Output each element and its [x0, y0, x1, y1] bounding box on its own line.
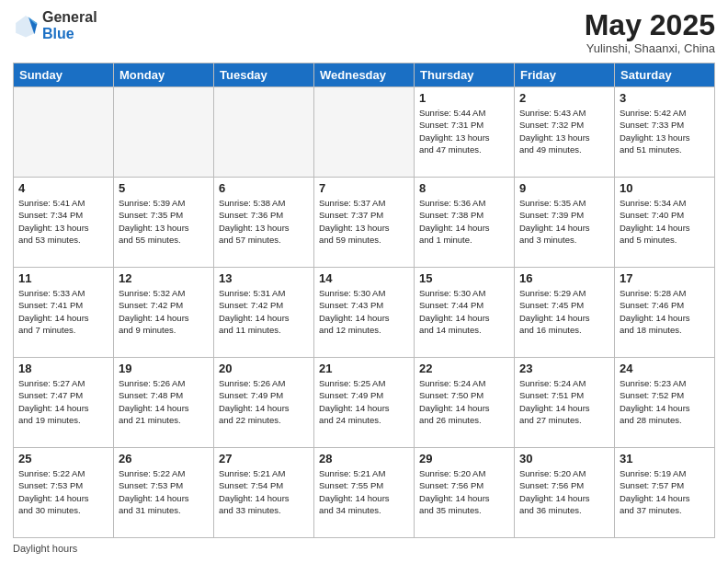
- day-info: Sunrise: 5:29 AM Sunset: 7:45 PM Dayligh…: [519, 287, 609, 336]
- day-number: 8: [419, 181, 509, 195]
- calendar-header-row: SundayMondayTuesdayWednesdayThursdayFrid…: [14, 63, 715, 87]
- day-number: 13: [219, 271, 309, 285]
- day-number: 17: [620, 271, 710, 285]
- day-number: 31: [620, 452, 710, 465]
- day-info: Sunrise: 5:22 AM Sunset: 7:53 PM Dayligh…: [119, 467, 209, 516]
- calendar-cell: [314, 87, 415, 178]
- day-number: 1: [419, 91, 509, 105]
- day-info: Sunrise: 5:23 AM Sunset: 7:52 PM Dayligh…: [620, 377, 710, 426]
- day-number: 30: [519, 452, 609, 465]
- calendar-week-2: 4Sunrise: 5:41 AM Sunset: 7:34 PM Daylig…: [14, 178, 715, 268]
- calendar-cell: 13Sunrise: 5:31 AM Sunset: 7:42 PM Dayli…: [214, 268, 314, 358]
- title-block: May 2025 Yulinshi, Shaanxi, China: [585, 9, 715, 55]
- day-info: Sunrise: 5:24 AM Sunset: 7:50 PM Dayligh…: [419, 377, 509, 426]
- day-number: 11: [18, 271, 108, 285]
- logo-text: General Blue: [42, 9, 97, 41]
- day-info: Sunrise: 5:41 AM Sunset: 7:34 PM Dayligh…: [18, 197, 108, 246]
- day-number: 18: [18, 362, 108, 375]
- calendar-header-saturday: Saturday: [615, 63, 715, 87]
- calendar-week-3: 11Sunrise: 5:33 AM Sunset: 7:41 PM Dayli…: [14, 268, 715, 358]
- calendar-cell: 21Sunrise: 5:25 AM Sunset: 7:49 PM Dayli…: [314, 358, 415, 448]
- day-number: 15: [419, 271, 509, 285]
- calendar-cell: 10Sunrise: 5:34 AM Sunset: 7:40 PM Dayli…: [615, 178, 715, 268]
- day-info: Sunrise: 5:43 AM Sunset: 7:32 PM Dayligh…: [519, 107, 609, 155]
- day-number: 26: [119, 452, 209, 465]
- day-number: 23: [519, 362, 609, 375]
- day-number: 5: [119, 181, 209, 195]
- calendar-cell: 14Sunrise: 5:30 AM Sunset: 7:43 PM Dayli…: [314, 268, 415, 358]
- day-info: Sunrise: 5:30 AM Sunset: 7:43 PM Dayligh…: [319, 287, 409, 336]
- calendar-cell: 16Sunrise: 5:29 AM Sunset: 7:45 PM Dayli…: [515, 268, 615, 358]
- day-info: Sunrise: 5:26 AM Sunset: 7:49 PM Dayligh…: [219, 377, 309, 426]
- day-info: Sunrise: 5:32 AM Sunset: 7:42 PM Dayligh…: [119, 287, 209, 336]
- calendar-cell: 20Sunrise: 5:26 AM Sunset: 7:49 PM Dayli…: [214, 358, 314, 448]
- logo: General Blue: [13, 9, 97, 41]
- calendar-cell: 18Sunrise: 5:27 AM Sunset: 7:47 PM Dayli…: [14, 358, 114, 448]
- day-info: Sunrise: 5:36 AM Sunset: 7:38 PM Dayligh…: [419, 197, 509, 246]
- day-info: Sunrise: 5:37 AM Sunset: 7:37 PM Dayligh…: [319, 197, 409, 246]
- calendar-cell: 15Sunrise: 5:30 AM Sunset: 7:44 PM Dayli…: [415, 268, 515, 358]
- day-number: 24: [620, 362, 710, 375]
- calendar-cell: 26Sunrise: 5:22 AM Sunset: 7:53 PM Dayli…: [114, 448, 214, 538]
- calendar-header-tuesday: Tuesday: [214, 63, 314, 87]
- day-info: Sunrise: 5:26 AM Sunset: 7:48 PM Dayligh…: [119, 377, 209, 426]
- calendar-cell: 28Sunrise: 5:21 AM Sunset: 7:55 PM Dayli…: [314, 448, 415, 538]
- calendar-cell: 17Sunrise: 5:28 AM Sunset: 7:46 PM Dayli…: [615, 268, 715, 358]
- header: General Blue May 2025 Yulinshi, Shaanxi,…: [13, 9, 715, 55]
- day-info: Sunrise: 5:20 AM Sunset: 7:56 PM Dayligh…: [519, 467, 609, 516]
- calendar-cell: [214, 87, 314, 178]
- calendar-cell: 19Sunrise: 5:26 AM Sunset: 7:48 PM Dayli…: [114, 358, 214, 448]
- day-number: 29: [419, 452, 509, 465]
- calendar-cell: 4Sunrise: 5:41 AM Sunset: 7:34 PM Daylig…: [14, 178, 114, 268]
- day-info: Sunrise: 5:31 AM Sunset: 7:42 PM Dayligh…: [219, 287, 309, 336]
- calendar-cell: 6Sunrise: 5:38 AM Sunset: 7:36 PM Daylig…: [214, 178, 314, 268]
- calendar-week-4: 18Sunrise: 5:27 AM Sunset: 7:47 PM Dayli…: [14, 358, 715, 448]
- calendar-cell: [114, 87, 214, 178]
- day-number: 19: [119, 362, 209, 375]
- calendar-week-5: 25Sunrise: 5:22 AM Sunset: 7:53 PM Dayli…: [14, 448, 715, 538]
- day-number: 25: [18, 452, 108, 465]
- logo-general: General: [42, 9, 97, 25]
- location-subtitle: Yulinshi, Shaanxi, China: [585, 41, 715, 55]
- day-info: Sunrise: 5:24 AM Sunset: 7:51 PM Dayligh…: [519, 377, 609, 426]
- calendar-cell: 7Sunrise: 5:37 AM Sunset: 7:37 PM Daylig…: [314, 178, 415, 268]
- day-info: Sunrise: 5:39 AM Sunset: 7:35 PM Dayligh…: [119, 197, 209, 246]
- day-number: 28: [319, 452, 409, 465]
- generalblue-logo-icon: [13, 13, 39, 39]
- day-info: Sunrise: 5:21 AM Sunset: 7:55 PM Dayligh…: [319, 467, 409, 516]
- calendar-header-friday: Friday: [515, 63, 615, 87]
- calendar-cell: 12Sunrise: 5:32 AM Sunset: 7:42 PM Dayli…: [114, 268, 214, 358]
- day-info: Sunrise: 5:27 AM Sunset: 7:47 PM Dayligh…: [18, 377, 108, 426]
- day-info: Sunrise: 5:38 AM Sunset: 7:36 PM Dayligh…: [219, 197, 309, 246]
- day-info: Sunrise: 5:34 AM Sunset: 7:40 PM Dayligh…: [620, 197, 710, 246]
- day-number: 7: [319, 181, 409, 195]
- calendar-cell: 24Sunrise: 5:23 AM Sunset: 7:52 PM Dayli…: [615, 358, 715, 448]
- calendar-cell: 2Sunrise: 5:43 AM Sunset: 7:32 PM Daylig…: [515, 87, 615, 178]
- day-number: 27: [219, 452, 309, 465]
- calendar-cell: 9Sunrise: 5:35 AM Sunset: 7:39 PM Daylig…: [515, 178, 615, 268]
- day-number: 14: [319, 271, 409, 285]
- day-number: 20: [219, 362, 309, 375]
- page: General Blue May 2025 Yulinshi, Shaanxi,…: [0, 0, 728, 563]
- day-number: 22: [419, 362, 509, 375]
- calendar-cell: 1Sunrise: 5:44 AM Sunset: 7:31 PM Daylig…: [415, 87, 515, 178]
- day-info: Sunrise: 5:33 AM Sunset: 7:41 PM Dayligh…: [18, 287, 108, 336]
- day-number: 9: [519, 181, 609, 195]
- day-info: Sunrise: 5:21 AM Sunset: 7:54 PM Dayligh…: [219, 467, 309, 516]
- calendar-header-monday: Monday: [114, 63, 214, 87]
- calendar-cell: 3Sunrise: 5:42 AM Sunset: 7:33 PM Daylig…: [615, 87, 715, 178]
- calendar-header-wednesday: Wednesday: [314, 63, 415, 87]
- calendar-cell: 22Sunrise: 5:24 AM Sunset: 7:50 PM Dayli…: [415, 358, 515, 448]
- calendar-week-1: 1Sunrise: 5:44 AM Sunset: 7:31 PM Daylig…: [14, 87, 715, 178]
- day-info: Sunrise: 5:30 AM Sunset: 7:44 PM Dayligh…: [419, 287, 509, 336]
- day-number: 16: [519, 271, 609, 285]
- day-number: 21: [319, 362, 409, 375]
- calendar-cell: 8Sunrise: 5:36 AM Sunset: 7:38 PM Daylig…: [415, 178, 515, 268]
- day-number: 10: [620, 181, 710, 195]
- footer: Daylight hours: [13, 543, 715, 554]
- calendar-cell: 25Sunrise: 5:22 AM Sunset: 7:53 PM Dayli…: [14, 448, 114, 538]
- calendar-cell: 27Sunrise: 5:21 AM Sunset: 7:54 PM Dayli…: [214, 448, 314, 538]
- day-info: Sunrise: 5:20 AM Sunset: 7:56 PM Dayligh…: [419, 467, 509, 516]
- day-info: Sunrise: 5:25 AM Sunset: 7:49 PM Dayligh…: [319, 377, 409, 426]
- calendar-table: SundayMondayTuesdayWednesdayThursdayFrid…: [13, 63, 715, 538]
